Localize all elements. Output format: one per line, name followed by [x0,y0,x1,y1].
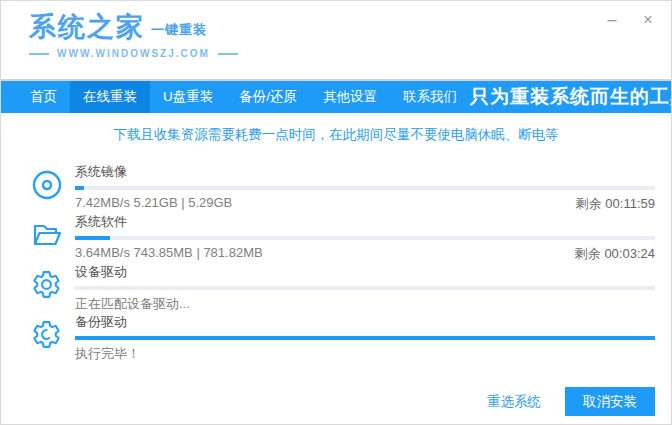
progress-fill [75,186,84,190]
task-row-device-driver: 设备驱动 正在匹配设备驱动... [31,261,655,311]
disc-icon [31,161,75,201]
window-controls: – × [601,9,659,31]
task-label: 系统软件 [75,213,655,231]
minimize-button[interactable]: – [601,9,623,31]
task-label: 系统镜像 [75,163,655,181]
task-status: 执行完毕！ [75,345,140,363]
nav-item-usb-reinstall[interactable]: U盘重装 [150,81,226,113]
nav-item-other-settings[interactable]: 其他设置 [310,81,390,113]
progress-bar [75,336,655,340]
logo: 系统之家 一键重装 WWW.WINDOWSZJ.COM [29,14,238,59]
nav-item-contact-us[interactable]: 联系我们 [390,81,470,113]
nav-item-home[interactable]: 首页 [17,81,70,113]
task-label: 备份驱动 [75,313,655,331]
logo-title: 系统之家 [29,14,145,41]
header: 系统之家 一键重装 WWW.WINDOWSZJ.COM – × [1,1,671,79]
download-task-list: 系统镜像 7.42MB/s 5.21GB | 5.29GB 剩余 00:11:5… [1,157,671,361]
task-label: 设备驱动 [75,263,655,281]
notice-text: 下载且收集资源需要耗费一点时间，在此期间尽量不要使电脑休眠、断电等 [113,126,559,144]
nav-item-backup-restore[interactable]: 备份/还原 [226,81,310,113]
folder-open-icon [31,211,75,251]
footer-actions: 重选系统 取消安装 [487,387,655,416]
task-row-backup-driver: 备份驱动 执行完毕！ [31,311,655,361]
nav-slogan: 只为重装系统而生的工具 [470,81,672,113]
progress-bar [75,186,655,190]
gear-icon [31,261,75,300]
logo-site-url: WWW.WINDOWSZJ.COM [57,48,210,59]
progress-fill [75,336,655,340]
close-button[interactable]: × [637,9,659,31]
task-row-system-software: 系统软件 3.64MB/s 743.85MB | 781.82MB 剩余 00:… [31,211,655,261]
nav-item-online-reinstall[interactable]: 在线重装 [70,81,150,113]
progress-bar [75,286,655,290]
nav-bar: 首页 在线重装 U盘重装 备份/还原 其他设置 联系我们 只为重装系统而生的工具 [1,79,671,113]
notice-bar: 下载且收集资源需要耗费一点时间，在此期间尽量不要使电脑休眠、断电等 [1,113,671,157]
logo-line-right [218,53,238,55]
nav-items: 首页 在线重装 U盘重装 备份/还原 其他设置 联系我们 [1,81,470,113]
progress-bar [75,236,655,240]
logo-subtitle: 一键重装 [151,21,207,39]
progress-fill [75,236,110,240]
task-row-system-image: 系统镜像 7.42MB/s 5.21GB | 5.29GB 剩余 00:11:5… [31,161,655,211]
gear-sync-icon [31,311,75,350]
logo-line-left [29,53,49,55]
cancel-install-button[interactable]: 取消安装 [565,387,655,416]
reselect-system-button[interactable]: 重选系统 [487,393,541,411]
app-window: 系统之家 一键重装 WWW.WINDOWSZJ.COM – × 首页 在线重装 … [0,0,672,425]
